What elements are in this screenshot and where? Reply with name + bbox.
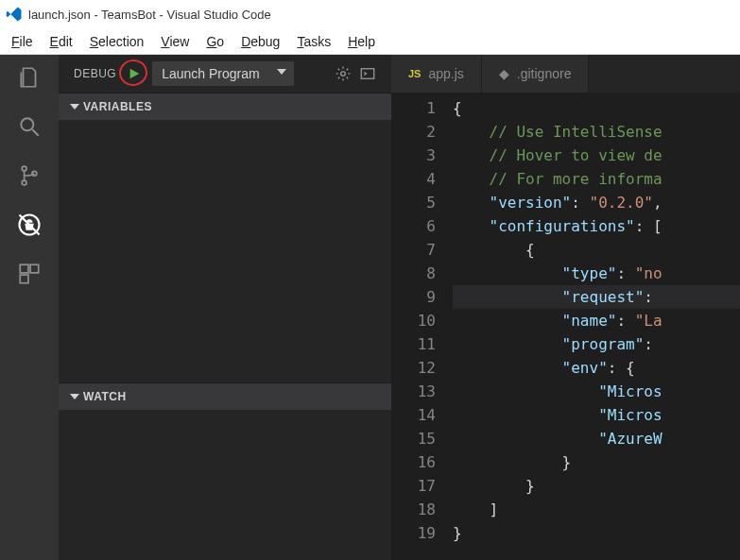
annotation-circle [117,58,149,88]
code-line[interactable]: "env": { [453,356,740,380]
line-gutter: 12345678910111213141516171819 [391,93,453,560]
variables-section: VARIABLES [59,93,391,382]
watch-header[interactable]: WATCH [59,383,391,410]
line-number: 17 [391,474,436,498]
code-line[interactable]: } [453,474,740,498]
code-line[interactable]: { [453,96,740,120]
gear-icon[interactable] [335,65,352,82]
debug-sidebar: DEBUG Launch Program VARIABLES [59,55,391,560]
line-number: 18 [391,498,436,521]
svg-rect-8 [30,264,39,273]
watch-label: WATCH [83,390,127,403]
debug-title: DEBUG [74,67,116,80]
gitignore-file-icon: ◆ [499,66,509,81]
svg-line-1 [32,129,39,136]
code-line[interactable]: } [453,521,740,545]
chevron-down-icon [277,69,286,75]
code-line[interactable]: "Micros [453,380,740,403]
code-line[interactable]: "type": "no [453,262,740,285]
variables-body [59,120,391,382]
search-icon[interactable] [16,113,43,140]
debug-console-icon[interactable] [359,65,376,82]
line-number: 15 [391,427,436,450]
code-line[interactable]: // For more informa [453,167,740,191]
vscode-icon [6,6,23,23]
code-line[interactable]: ] [453,498,740,521]
menu-edit[interactable]: Edit [43,32,80,51]
line-number: 10 [391,309,436,332]
line-number: 12 [391,356,436,380]
tab-appjs[interactable]: JS app.js [391,55,482,93]
line-number: 14 [391,403,436,427]
debug-config-label: Launch Program [162,66,260,81]
debug-icon[interactable] [16,212,43,238]
line-number: 13 [391,380,436,403]
tab-label: .gitignore [517,66,572,81]
code-line[interactable]: "AzureW [453,427,740,450]
titlebar: launch.json - TeamsBot - Visual Studio C… [0,0,740,28]
line-number: 6 [391,214,436,238]
menu-help[interactable]: Help [340,32,383,51]
menubar: File Edit Selection View Go Debug Tasks … [0,28,740,55]
menu-view[interactable]: View [153,32,197,51]
debug-header: DEBUG Launch Program [59,55,391,93]
line-number: 2 [391,120,436,144]
svg-rect-9 [20,275,28,283]
code-line[interactable]: // Hover to view de [453,144,740,167]
menu-file[interactable]: File [4,32,41,51]
line-number: 16 [391,450,436,474]
code-line[interactable]: "program": [453,332,740,356]
extensions-icon[interactable] [16,261,43,287]
variables-header[interactable]: VARIABLES [59,93,391,120]
editor-area: JS app.js ◆ .gitignore 12345678910111213… [391,55,740,560]
menu-go[interactable]: Go [198,32,232,51]
code-line[interactable]: "Micros [453,403,740,427]
watch-section: WATCH [59,382,391,560]
code-line[interactable]: { [453,238,740,262]
collapse-icon [70,394,79,399]
line-number: 9 [391,285,436,309]
source-control-icon[interactable] [16,162,43,189]
collapse-icon [70,104,79,110]
explorer-icon[interactable] [16,64,43,91]
code-line[interactable]: } [453,450,740,474]
line-number: 3 [391,144,436,167]
debug-config-select[interactable]: Launch Program [152,61,294,86]
activity-bar [0,55,59,560]
line-number: 4 [391,167,436,191]
tab-gitignore[interactable]: ◆ .gitignore [482,55,590,93]
js-file-icon: JS [408,68,421,79]
svg-point-0 [21,118,33,130]
code-line[interactable]: "version": "0.2.0", [453,191,740,214]
menu-selection[interactable]: Selection [82,32,152,51]
editor-tabs: JS app.js ◆ .gitignore [391,55,740,93]
code-line[interactable]: // Use IntelliSense [453,120,740,144]
watch-body [59,410,391,560]
menu-debug[interactable]: Debug [233,32,287,51]
svg-point-3 [22,180,26,185]
line-number: 5 [391,191,436,214]
svg-rect-7 [20,264,28,273]
start-debug-button[interactable] [124,63,145,84]
svg-point-2 [22,166,26,171]
svg-point-10 [341,72,346,76]
svg-rect-11 [361,69,374,79]
line-number: 1 [391,96,436,120]
line-number: 8 [391,262,436,285]
code-line[interactable]: "request": [453,285,740,309]
line-number: 11 [391,332,436,356]
tab-label: app.js [428,66,463,81]
code-line[interactable]: "name": "La [453,309,740,332]
window-title: launch.json - TeamsBot - Visual Studio C… [28,8,271,22]
variables-label: VARIABLES [83,100,152,113]
line-number: 7 [391,238,436,262]
code-content[interactable]: { // Use IntelliSense // Hover to view d… [453,93,740,560]
code-line[interactable]: "configurations": [ [453,214,740,238]
code-area[interactable]: 12345678910111213141516171819 { // Use I… [391,93,740,560]
menu-tasks[interactable]: Tasks [289,32,338,51]
line-number: 19 [391,521,436,545]
